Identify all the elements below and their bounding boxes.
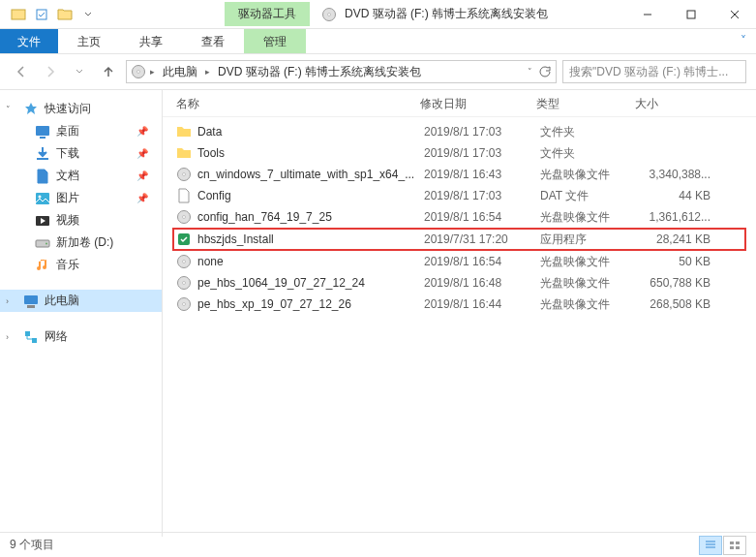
disc-icon [176,296,192,312]
sidebar-item-label: 下载 [56,145,79,162]
star-icon [23,102,39,117]
file-name: Data [197,125,424,139]
tab-view[interactable]: 查看 [182,29,244,53]
file-name: Tools [197,146,424,160]
sidebar-item-label: 快速访问 [45,101,91,117]
drive-icon [35,235,50,251]
svg-rect-17 [730,542,734,544]
tab-share[interactable]: 共享 [120,29,182,53]
minimize-button[interactable] [625,0,669,29]
chevron-right-icon[interactable]: › [6,332,14,342]
address-dropdown-icon[interactable]: ˅ [528,67,532,77]
file-type: 应用程序 [540,232,639,248]
address-bar[interactable]: ▸ 此电脑 ▸ DVD 驱动器 (F:) 韩博士系统离线安装包 ˅ [126,60,557,83]
column-size[interactable]: 大小 [635,96,744,112]
ribbon-expand-icon[interactable]: ˅ [731,29,756,53]
music-icon [35,258,50,273]
column-date[interactable]: 修改日期 [420,96,536,112]
svg-rect-18 [736,542,740,544]
breadcrumb-drive[interactable]: DVD 驱动器 (F:) 韩博士系统离线安装包 [214,62,425,82]
chevron-down-icon[interactable]: ˅ [6,105,14,114]
file-size: 50 KB [639,255,722,268]
details-view-button[interactable] [699,536,722,555]
dvd-drive-icon [321,7,337,22]
svg-rect-15 [37,10,46,19]
svg-rect-16 [687,11,695,18]
column-name[interactable]: 名称 [176,96,420,112]
file-row[interactable]: pe_hbs_xp_19_07_27_12_262019/8/1 16:44光盘… [174,294,756,315]
file-size: 1,361,612... [639,210,722,224]
sidebar-item-desktop[interactable]: 桌面📌 [0,120,162,142]
sidebar-item-network[interactable]: ›网络 [0,325,162,348]
sidebar-item-downloads[interactable]: 下载📌 [0,142,162,165]
column-type[interactable]: 类型 [536,96,635,112]
desktop-icon [35,124,50,139]
forward-button[interactable] [39,60,62,83]
file-row[interactable]: cn_windows_7_ultimate_with_sp1_x64_...20… [174,164,756,185]
sidebar-item-documents[interactable]: 文档📌 [0,165,162,187]
qat-app-icon[interactable] [8,4,29,25]
main-area: ˅快速访问 桌面📌 下载📌 文档📌 图片📌 视频 新加卷 (D:) 音乐 ›此电… [0,90,756,537]
window-title: DVD 驱动器 (F:) 韩博士系统离线安装包 [345,6,548,22]
folder-icon [176,124,192,139]
file-row[interactable]: Data2019/8/1 17:03文件夹 [174,121,756,142]
file-size: 3,340,388... [639,168,722,181]
file-row[interactable]: Config2019/8/1 17:03DAT 文件44 KB [174,185,756,206]
recent-locations-button[interactable] [68,60,91,83]
search-placeholder: 搜索"DVD 驱动器 (F:) 韩博士... [569,64,728,80]
file-list-pane: 名称 修改日期 类型 大小 Data2019/8/1 17:03文件夹Tools… [163,90,756,537]
refresh-icon[interactable] [538,65,552,78]
tab-home[interactable]: 主页 [58,29,120,53]
folder-icon [176,145,192,161]
navigation-pane: ˅快速访问 桌面📌 下载📌 文档📌 图片📌 视频 新加卷 (D:) 音乐 ›此电… [0,90,163,537]
maximize-button[interactable] [669,0,712,29]
svg-rect-20 [736,546,740,549]
tab-manage[interactable]: 管理 [244,29,306,53]
item-count: 9 个项目 [10,537,54,553]
status-bar: 9 个项目 [0,532,756,557]
download-icon [35,146,50,162]
chevron-right-icon[interactable]: ▸ [150,67,155,77]
file-row[interactable]: config_han_764_19_7_252019/8/1 16:54光盘映像… [174,206,756,228]
file-row[interactable]: Tools2019/8/1 17:03文件夹 [174,142,756,164]
search-input[interactable]: 搜索"DVD 驱动器 (F:) 韩博士... [562,60,746,83]
up-button[interactable] [97,60,120,83]
close-button[interactable] [712,0,756,29]
sidebar-item-videos[interactable]: 视频 [0,209,162,232]
icons-view-button[interactable] [723,536,746,555]
file-type: 文件夹 [540,145,639,162]
pin-icon: 📌 [136,193,148,203]
qat-dropdown-icon[interactable] [77,4,99,25]
tab-file[interactable]: 文件 [0,29,58,53]
file-date: 2019/8/1 16:48 [424,276,540,290]
file-list: Data2019/8/1 17:03文件夹Tools2019/8/1 17:03… [163,117,756,319]
sidebar-item-quick-access[interactable]: ˅快速访问 [0,98,162,120]
sidebar-item-pictures[interactable]: 图片📌 [0,187,162,209]
sidebar-item-label: 文档 [56,168,79,184]
file-size: 650,788 KB [639,276,722,290]
sidebar-item-label: 网络 [45,328,68,345]
file-row[interactable]: none2019/8/1 16:54光盘映像文件50 KB [174,251,756,272]
file-size: 28,241 KB [639,232,722,246]
file-row[interactable]: hbszjds_Install2019/7/31 17:20应用程序28,241… [172,228,746,251]
disc-icon [176,209,192,225]
sidebar-item-new-volume[interactable]: 新加卷 (D:) [0,232,162,254]
breadcrumb-pc[interactable]: 此电脑 [159,62,201,82]
file-name: hbszjds_Install [197,232,424,246]
sidebar-item-this-pc[interactable]: ›此电脑 [0,290,162,312]
file-type: 光盘映像文件 [540,209,639,226]
file-type: DAT 文件 [540,188,639,204]
svg-rect-19 [730,546,734,549]
chevron-right-icon[interactable]: › [6,296,14,306]
file-date: 2019/8/1 17:03 [424,146,540,160]
sidebar-item-label: 此电脑 [45,293,79,309]
pc-icon [23,294,39,309]
file-row[interactable]: pe_hbs_1064_19_07_27_12_242019/8/1 16:48… [174,272,756,294]
file-type: 光盘映像文件 [540,167,639,183]
chevron-right-icon[interactable]: ▸ [205,67,210,77]
qat-new-folder-icon[interactable] [54,4,76,25]
file-date: 2019/8/1 16:54 [424,255,540,268]
back-button[interactable] [10,60,33,83]
qat-properties-icon[interactable] [31,4,52,25]
sidebar-item-music[interactable]: 音乐 [0,254,162,276]
